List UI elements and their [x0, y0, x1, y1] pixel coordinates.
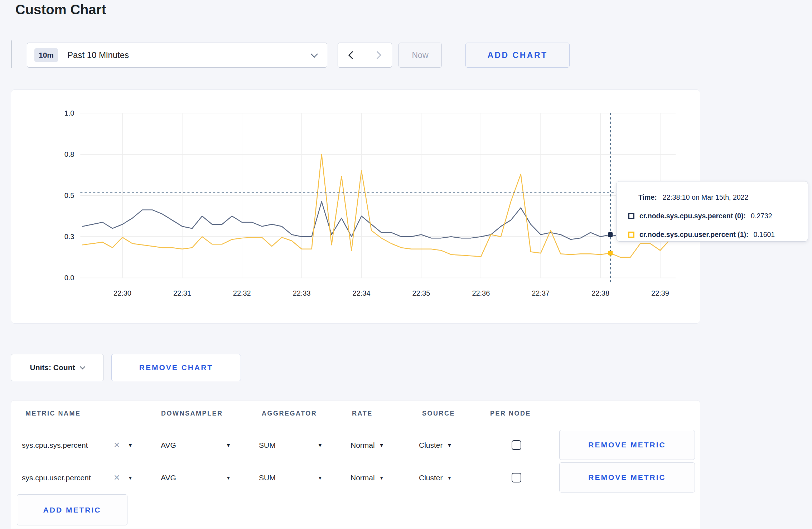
svg-text:0.5: 0.5	[64, 191, 74, 199]
units-select[interactable]: Units: Count	[11, 354, 104, 381]
tooltip-series-row: cr.node.sys.cpu.user.percent (1): 0.1601	[628, 228, 808, 241]
rate-select-value: Normal	[351, 474, 375, 482]
time-pager	[338, 43, 392, 68]
dropdown-caret-icon: ▼	[379, 442, 384, 448]
clear-metric-button[interactable]: ✕	[113, 461, 120, 494]
tooltip-series-row: cr.node.sys.cpu.sys.percent (0): 0.2732	[628, 209, 808, 222]
dropdown-caret-icon[interactable]: ▼	[128, 461, 133, 494]
add-metric-button[interactable]: ADD METRIC	[17, 494, 127, 525]
chart-card: 0.00.30.50.81.022:3022:3122:3222:3322:34…	[11, 89, 700, 324]
tooltip-time-label: Time:	[638, 193, 657, 202]
svg-text:22:36: 22:36	[472, 289, 490, 297]
svg-text:22:31: 22:31	[173, 289, 191, 297]
svg-text:22:33: 22:33	[293, 289, 311, 297]
page-title: Custom Chart	[15, 2, 106, 18]
column-header-per-node: PER NODE	[490, 410, 531, 417]
downsampler-select[interactable]: AVG	[161, 429, 176, 461]
dropdown-caret-icon: ▼	[379, 475, 384, 481]
remove-chart-button[interactable]: REMOVE CHART	[111, 354, 241, 381]
sys-series-swatch-icon	[628, 213, 634, 219]
time-prev-button[interactable]	[338, 43, 365, 67]
remove-metric-button[interactable]: REMOVE METRIC	[559, 462, 695, 492]
svg-text:22:37: 22:37	[532, 289, 550, 297]
column-header-downsampler: DOWNSAMPLER	[161, 410, 223, 417]
metric-name-select[interactable]: sys.cpu.sys.percent	[22, 429, 88, 461]
add-chart-button[interactable]: ADD CHART	[465, 43, 570, 68]
time-range-badge: 10m	[34, 48, 58, 62]
svg-text:22:38: 22:38	[591, 289, 609, 297]
now-button[interactable]: Now	[398, 43, 442, 68]
user-series-swatch-icon	[628, 232, 634, 238]
chevron-left-icon	[348, 51, 357, 59]
per-node-cell	[512, 461, 521, 494]
chevron-right-icon	[373, 51, 381, 59]
clear-metric-button[interactable]: ✕	[113, 429, 120, 461]
metrics-table: METRIC NAME DOWNSAMPLER AGGREGATOR RATE …	[11, 400, 700, 529]
dropdown-caret-icon[interactable]: ▼	[318, 461, 323, 494]
source-select[interactable]: Cluster ▼	[419, 429, 452, 461]
time-next-button[interactable]	[365, 43, 392, 67]
dropdown-caret-icon: ▼	[447, 442, 452, 448]
time-range-select[interactable]: 10m Past 10 Minutes	[27, 43, 327, 68]
tooltip-time-row: Time: 22:38:10 on Mar 15th, 2022	[628, 191, 808, 204]
rate-select[interactable]: Normal ▼	[351, 461, 384, 494]
chevron-down-icon	[80, 364, 86, 370]
tooltip-time-value: 22:38:10 on Mar 15th, 2022	[663, 193, 749, 202]
column-header-rate: RATE	[352, 410, 373, 417]
cpu-percent-line-chart[interactable]: 0.00.30.50.81.022:3022:3122:3222:3322:34…	[11, 90, 700, 323]
custom-chart-page: Custom Chart 10m Past 10 Minutes Now ADD…	[0, 0, 812, 529]
column-header-source: SOURCE	[422, 410, 455, 417]
source-select[interactable]: Cluster ▼	[419, 461, 452, 494]
tooltip-metric-value: 0.2732	[751, 212, 772, 220]
svg-text:0.3: 0.3	[64, 233, 74, 241]
dropdown-caret-icon[interactable]: ▼	[226, 429, 231, 461]
svg-text:0.8: 0.8	[64, 150, 74, 158]
svg-text:22:30: 22:30	[113, 289, 131, 297]
svg-text:22:39: 22:39	[651, 289, 669, 297]
units-select-label: Units: Count	[30, 363, 75, 372]
source-select-value: Cluster	[419, 441, 443, 450]
tooltip-metric-label: cr.node.sys.cpu.sys.percent (0):	[639, 212, 746, 220]
per-node-checkbox[interactable]	[512, 440, 521, 450]
remove-metric-button[interactable]: REMOVE METRIC	[559, 430, 695, 460]
svg-text:1.0: 1.0	[64, 109, 74, 117]
dropdown-caret-icon: ▼	[447, 475, 452, 481]
svg-text:22:32: 22:32	[233, 289, 251, 297]
per-node-cell	[512, 429, 521, 461]
metric-name-select[interactable]: sys.cpu.user.percent	[22, 461, 91, 494]
time-range-label: Past 10 Minutes	[67, 50, 312, 60]
table-row: sys.cpu.sys.percent ✕ ▼ AVG ▼ SUM ▼ Norm…	[11, 429, 700, 461]
column-header-metric-name: METRIC NAME	[25, 410, 81, 417]
column-header-aggregator: AGGREGATOR	[262, 410, 317, 417]
dropdown-caret-icon[interactable]: ▼	[226, 461, 231, 494]
rate-select-value: Normal	[351, 441, 375, 450]
table-row: sys.cpu.user.percent ✕ ▼ AVG ▼ SUM ▼ Nor…	[11, 461, 700, 494]
dropdown-caret-icon[interactable]: ▼	[318, 429, 323, 461]
svg-text:22:35: 22:35	[412, 289, 430, 297]
tooltip-metric-label: cr.node.sys.cpu.user.percent (1):	[639, 230, 749, 239]
rate-select[interactable]: Normal ▼	[351, 429, 384, 461]
tooltip-metric-value: 0.1601	[754, 230, 775, 239]
per-node-checkbox[interactable]	[512, 473, 521, 482]
svg-text:22:34: 22:34	[353, 289, 371, 297]
aggregator-select[interactable]: SUM	[259, 461, 276, 494]
chevron-down-icon	[311, 50, 318, 58]
svg-text:0.0: 0.0	[64, 274, 74, 282]
source-select-value: Cluster	[419, 474, 443, 482]
aggregator-select[interactable]: SUM	[259, 429, 276, 461]
chart-tooltip: Time: 22:38:10 on Mar 15th, 2022 cr.node…	[616, 181, 808, 242]
dropdown-caret-icon[interactable]: ▼	[128, 429, 133, 461]
toolbar-divider	[11, 40, 12, 68]
downsampler-select[interactable]: AVG	[161, 461, 176, 494]
